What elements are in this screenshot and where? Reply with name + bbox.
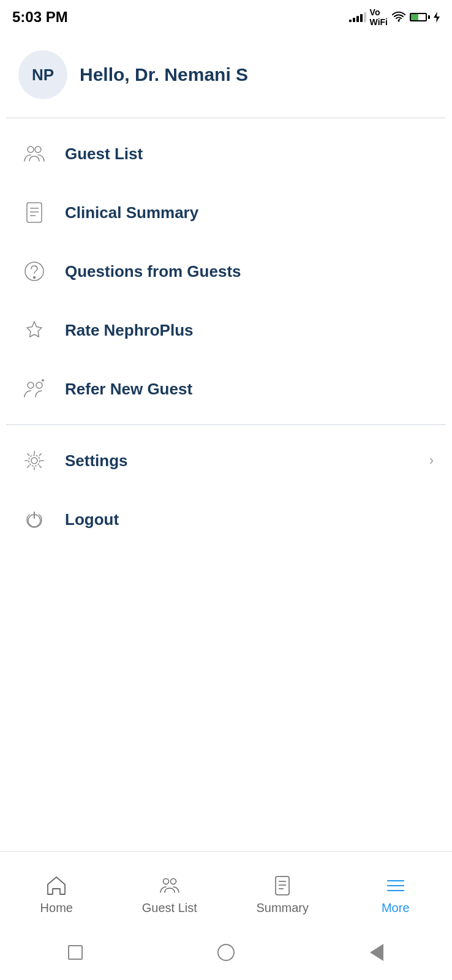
more-nav-icon bbox=[383, 874, 409, 897]
nav-item-summary[interactable]: Summary bbox=[226, 874, 339, 915]
signal-bars-icon bbox=[349, 12, 366, 22]
menu-label-clinical-summary: Clinical Summary bbox=[65, 203, 434, 222]
nav-label-home: Home bbox=[40, 901, 73, 915]
svg-point-15 bbox=[29, 455, 40, 466]
triangle-icon bbox=[370, 944, 383, 961]
android-home-button[interactable] bbox=[215, 941, 237, 963]
menu-item-settings[interactable]: Settings › bbox=[0, 431, 452, 490]
svg-rect-20 bbox=[276, 876, 289, 895]
menu-label-guest-list: Guest List bbox=[65, 145, 434, 164]
refer-icon bbox=[18, 373, 50, 405]
svg-point-10 bbox=[28, 382, 34, 388]
nav-label-guest-list: Guest List bbox=[142, 901, 197, 915]
android-recent-button[interactable] bbox=[366, 941, 388, 963]
settings-section: Settings › Logout bbox=[0, 425, 452, 555]
svg-point-18 bbox=[163, 879, 168, 884]
svg-point-11 bbox=[36, 382, 42, 388]
greeting-text: Hello, Dr. Nemani S bbox=[80, 64, 248, 85]
power-icon bbox=[18, 503, 50, 535]
chevron-right-icon: › bbox=[429, 453, 434, 469]
nav-label-summary: Summary bbox=[256, 901, 309, 915]
menu-section: Guest List Clinical Summary bbox=[0, 118, 452, 424]
menu-label-refer: Refer New Guest bbox=[65, 380, 434, 399]
svg-point-14 bbox=[31, 458, 37, 464]
profile-header: NP Hello, Dr. Nemani S bbox=[0, 32, 452, 118]
home-nav-icon bbox=[43, 874, 69, 897]
menu-label-rate: Rate NephroPlus bbox=[65, 321, 434, 340]
menu-item-questions[interactable]: Questions from Guests bbox=[0, 242, 452, 301]
gear-icon bbox=[18, 445, 50, 477]
menu-item-logout[interactable]: Logout bbox=[0, 490, 452, 549]
svg-rect-4 bbox=[27, 203, 42, 222]
svg-point-2 bbox=[28, 146, 34, 153]
svg-point-19 bbox=[170, 879, 176, 884]
wifi-icon bbox=[391, 12, 406, 23]
menu-label-logout: Logout bbox=[65, 510, 434, 529]
vowifi-label: VoWiFi bbox=[370, 7, 388, 27]
menu-item-refer[interactable]: Refer New Guest bbox=[0, 360, 452, 418]
nav-item-more[interactable]: More bbox=[339, 874, 453, 915]
charging-icon bbox=[434, 12, 440, 23]
svg-point-9 bbox=[34, 277, 36, 279]
svg-point-0 bbox=[398, 20, 400, 22]
avatar: NP bbox=[18, 50, 67, 99]
summary-nav-icon bbox=[269, 874, 295, 897]
circle-icon bbox=[217, 944, 235, 961]
status-time: 5:03 PM bbox=[12, 9, 68, 26]
menu-label-questions: Questions from Guests bbox=[65, 262, 434, 281]
nav-label-more: More bbox=[382, 901, 410, 915]
main-content: NP Hello, Dr. Nemani S Guest List bbox=[0, 32, 452, 851]
svg-point-3 bbox=[35, 146, 41, 153]
android-nav-bar bbox=[0, 931, 452, 980]
bottom-nav: Home Guest List Summary bbox=[0, 851, 452, 931]
square-icon bbox=[68, 945, 83, 960]
question-icon bbox=[18, 255, 50, 287]
menu-item-clinical-summary[interactable]: Clinical Summary bbox=[0, 183, 452, 242]
people-nav-icon bbox=[157, 874, 183, 897]
menu-item-guest-list[interactable]: Guest List bbox=[0, 124, 452, 183]
people-icon bbox=[18, 138, 50, 170]
menu-item-rate[interactable]: Rate NephroPlus bbox=[0, 301, 452, 360]
status-icons: VoWiFi bbox=[349, 7, 440, 27]
document-icon bbox=[18, 197, 50, 228]
nav-item-guest-list-bottom[interactable]: Guest List bbox=[113, 874, 227, 915]
menu-label-settings: Settings bbox=[65, 451, 415, 470]
star-icon bbox=[18, 314, 50, 346]
status-bar: 5:03 PM VoWiFi bbox=[0, 0, 452, 32]
battery-icon bbox=[410, 13, 430, 21]
svg-marker-1 bbox=[434, 12, 440, 23]
nav-item-home[interactable]: Home bbox=[0, 874, 113, 915]
android-back-button[interactable] bbox=[64, 941, 86, 963]
